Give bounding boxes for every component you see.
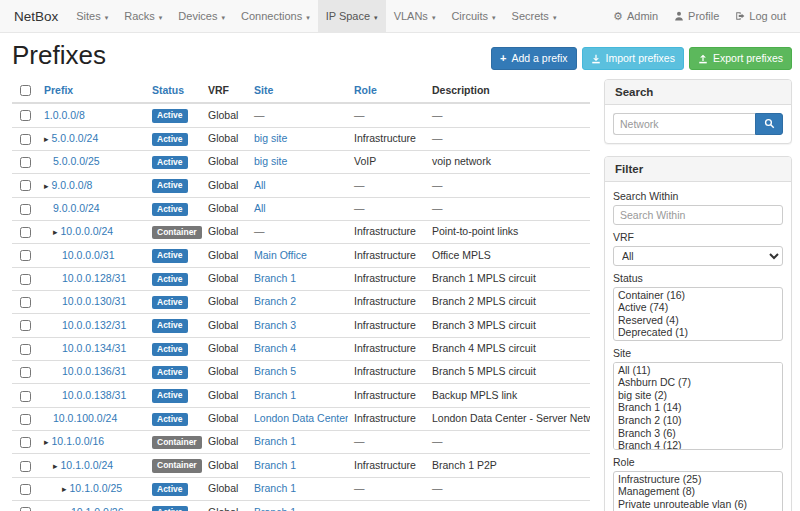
search-input[interactable] xyxy=(613,113,755,135)
row-checkbox[interactable] xyxy=(20,320,31,331)
brand[interactable]: NetBox xyxy=(6,0,68,32)
prefix-link[interactable]: 10.0.0.132/31 xyxy=(62,319,126,331)
prefix-link[interactable]: 10.0.0.136/31 xyxy=(62,365,126,377)
site-link[interactable]: London Data Center xyxy=(254,412,348,424)
search-button[interactable] xyxy=(755,113,783,135)
prefix-link[interactable]: 10.1.0.0/25 xyxy=(70,482,123,494)
vrf-cell: Global xyxy=(202,174,248,197)
column-header-site[interactable]: Site xyxy=(248,78,348,104)
site-link[interactable]: Branch 1 xyxy=(254,506,296,511)
prefix-link[interactable]: 10.1.0.0/24 xyxy=(61,459,114,471)
column-header-status[interactable]: Status xyxy=(146,78,202,104)
row-checkbox[interactable] xyxy=(20,274,31,285)
site-link[interactable]: Branch 1 xyxy=(254,435,296,447)
prefix-link[interactable]: 10.1.0.0/26 xyxy=(71,506,124,511)
row-checkbox[interactable] xyxy=(20,484,31,495)
role-filter-select[interactable]: Infrastructure (25)Management (8)Private… xyxy=(613,471,783,511)
site-link[interactable]: Branch 2 xyxy=(254,295,296,307)
row-checkbox[interactable] xyxy=(20,367,31,378)
prefix-link[interactable]: 10.0.0.138/31 xyxy=(62,389,126,401)
nav-item-connections[interactable]: Connections▾ xyxy=(233,0,318,32)
vrf-select[interactable]: All xyxy=(613,246,783,266)
column-header-prefix[interactable]: Prefix xyxy=(38,78,146,104)
site-link[interactable]: Branch 5 xyxy=(254,365,296,377)
table-row: 10.0.100.0/24ActiveGlobalLondon Data Cen… xyxy=(12,407,590,430)
nav-item-admin[interactable]: ⚙Admin xyxy=(605,0,666,32)
nav-item-log-out[interactable]: Log out xyxy=(727,0,794,32)
status-badge: Active xyxy=(152,343,188,356)
row-checkbox[interactable] xyxy=(20,461,31,472)
prefix-link[interactable]: 9.0.0.0/8 xyxy=(52,179,93,191)
row-checkbox[interactable] xyxy=(20,414,31,425)
row-checkbox[interactable] xyxy=(20,391,31,402)
row-checkbox[interactable] xyxy=(20,204,31,215)
add-prefix-button[interactable]: + Add a prefix xyxy=(491,47,576,70)
empty-value: — xyxy=(432,109,443,121)
nav-item-vlans[interactable]: VLANs▾ xyxy=(386,0,444,32)
search-within-input[interactable] xyxy=(613,205,783,225)
prefix-link[interactable]: 10.1.0.0/16 xyxy=(52,435,105,447)
site-filter-select[interactable]: All (11)Ashburn DC (7)big site (2)Branch… xyxy=(613,362,783,450)
site-link[interactable]: All xyxy=(254,179,266,191)
table-row: 10.0.0.136/31ActiveGlobalBranch 5Infrast… xyxy=(12,361,590,384)
site-link[interactable]: Branch 4 xyxy=(254,342,296,354)
row-checkbox[interactable] xyxy=(20,157,31,168)
site-link[interactable]: Main Office xyxy=(254,249,307,261)
table-row: 10.0.0.132/31ActiveGlobalBranch 3Infrast… xyxy=(12,314,590,337)
row-checkbox[interactable] xyxy=(20,227,31,238)
status-badge: Active xyxy=(152,413,188,426)
role-cell: — xyxy=(348,501,426,511)
site-link[interactable]: big site xyxy=(254,132,287,144)
select-all-checkbox[interactable] xyxy=(20,85,31,96)
nav-item-ip-space[interactable]: IP Space▾ xyxy=(318,0,386,32)
nav-item-profile[interactable]: Profile xyxy=(666,0,727,32)
column-header-role[interactable]: Role xyxy=(348,78,426,104)
row-checkbox[interactable] xyxy=(20,297,31,308)
site-link[interactable]: All xyxy=(254,202,266,214)
site-link[interactable]: Branch 3 xyxy=(254,319,296,331)
nav-item-secrets[interactable]: Secrets▾ xyxy=(504,0,565,32)
row-checkbox[interactable] xyxy=(20,507,31,511)
site-link[interactable]: Branch 1 xyxy=(254,459,296,471)
prefix-link[interactable]: 10.0.0.134/31 xyxy=(62,342,126,354)
nav-item-sites[interactable]: Sites▾ xyxy=(68,0,116,32)
prefix-link[interactable]: 5.0.0.0/25 xyxy=(53,155,100,167)
export-prefixes-button[interactable]: Export prefixes xyxy=(689,47,792,70)
import-prefixes-button[interactable]: Import prefixes xyxy=(582,47,684,70)
nav-item-devices[interactable]: Devices▾ xyxy=(170,0,233,32)
empty-value: — xyxy=(432,482,443,494)
prefix-link[interactable]: 10.0.0.128/31 xyxy=(62,272,126,284)
site-cell: Branch 1 xyxy=(248,267,348,290)
nav-item-racks[interactable]: Racks▾ xyxy=(116,0,170,32)
status-cell: Active xyxy=(146,314,202,337)
site-link[interactable]: Branch 1 xyxy=(254,389,296,401)
status-filter-select[interactable]: Container (16)Active (74)Reserved (4)Dep… xyxy=(613,287,783,341)
site-link[interactable]: Branch 1 xyxy=(254,482,296,494)
role-cell: — xyxy=(348,103,426,127)
site-link[interactable]: Branch 1 xyxy=(254,272,296,284)
nav-item-label: Racks xyxy=(124,10,155,22)
prefix-link[interactable]: 5.0.0.0/24 xyxy=(52,132,99,144)
prefix-link[interactable]: 1.0.0.0/8 xyxy=(44,109,85,121)
prefix-link[interactable]: 10.0.0.0/31 xyxy=(62,249,115,261)
site-link[interactable]: big site xyxy=(254,155,287,167)
prefix-link[interactable]: 9.0.0.0/24 xyxy=(53,202,100,214)
prefix-link[interactable]: 10.0.0.130/31 xyxy=(62,295,126,307)
row-checkbox[interactable] xyxy=(20,344,31,355)
nav-item-circuits[interactable]: Circuits▾ xyxy=(443,0,503,32)
row-checkbox[interactable] xyxy=(20,110,31,121)
description-cell: — xyxy=(426,127,590,150)
select-all-header-cell xyxy=(12,78,38,104)
row-checkbox-cell xyxy=(12,221,38,244)
site-field: Site All (11)Ashburn DC (7)big site (2)B… xyxy=(613,347,783,450)
row-checkbox[interactable] xyxy=(20,134,31,145)
prefix-link[interactable]: 10.0.0.0/24 xyxy=(61,225,114,237)
row-checkbox-cell xyxy=(12,127,38,150)
row-checkbox[interactable] xyxy=(20,437,31,448)
row-checkbox[interactable] xyxy=(20,180,31,191)
prefix-link[interactable]: 10.0.100.0/24 xyxy=(53,412,117,424)
status-cell: Container xyxy=(146,454,202,477)
status-field: Status Container (16)Active (74)Reserved… xyxy=(613,272,783,341)
row-checkbox[interactable] xyxy=(20,250,31,261)
prefix-cell: 1.0.0.0/8 xyxy=(38,103,146,127)
